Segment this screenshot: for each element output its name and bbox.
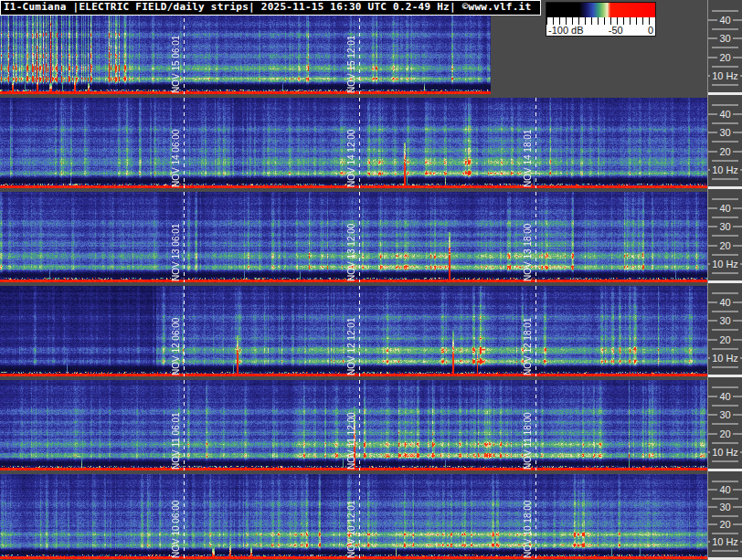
- freq-tick-label: 10 Hz: [710, 164, 740, 174]
- spectrogram-strip-nov-13: NOV 13 06:01NOV 13 12:00NOV 13 18:00: [0, 192, 707, 282]
- colorbar-labels: -100 dB -50 0: [546, 25, 655, 37]
- freq-tick: [708, 236, 742, 237]
- time-marker-label: NOV 14 12:00: [345, 97, 357, 188]
- axis-section-separator: [708, 280, 742, 283]
- freq-tick-label: 20: [717, 52, 732, 62]
- freq-tick-label: 40: [717, 485, 732, 495]
- freq-tick-label: 10 Hz: [710, 447, 740, 457]
- freq-tick-40: 40: [708, 485, 742, 495]
- freq-tick-line: [712, 498, 738, 499]
- freq-tick: [708, 199, 742, 200]
- freq-tick-line: [712, 481, 738, 481]
- freq-tick-line: [708, 415, 717, 416]
- freq-tick: [708, 387, 742, 388]
- time-marker-line: [359, 192, 360, 282]
- freq-tick-label: 40: [717, 392, 732, 402]
- time-marker-label: NOV 15 06:01: [170, 3, 182, 94]
- freq-tick-label: 10 Hz: [710, 70, 740, 80]
- freq-tick-line: [708, 507, 717, 508]
- freq-tick-line: [733, 321, 742, 322]
- time-marker-label: NOV 12 06:00: [170, 285, 182, 376]
- freq-tick-label: 30: [717, 128, 732, 138]
- freq-tick-line: [712, 406, 738, 407]
- freq-tick-label: 20: [717, 428, 732, 438]
- colorbar-label-min: -100 dB: [548, 26, 584, 36]
- freq-tick-label: 20: [717, 334, 732, 344]
- freq-tick-line: [712, 178, 738, 179]
- freq-tick: [708, 460, 742, 461]
- freq-tick-line: [712, 142, 738, 143]
- freq-tick: [708, 105, 742, 106]
- freq-tick-line: [712, 123, 738, 124]
- time-marker-label: NOV 12 18:01: [522, 285, 534, 376]
- freq-tick-label: 10 Hz: [710, 537, 740, 547]
- freq-tick: [708, 160, 742, 161]
- freq-tick-line: [712, 515, 738, 516]
- time-marker-line: [535, 98, 536, 188]
- colorbar-label-max: 0: [648, 26, 653, 36]
- freq-tick-line: [708, 208, 717, 209]
- freq-tick-line: [712, 293, 738, 294]
- freq-tick-line: [733, 524, 742, 525]
- freq-tick-line: [733, 415, 742, 416]
- time-marker-line: [359, 98, 360, 188]
- freq-tick: [708, 550, 742, 551]
- freq-tick-line: [733, 245, 742, 246]
- freq-tick-line: [712, 387, 738, 388]
- freq-tick-line: [708, 339, 717, 340]
- freq-tick-label: 30: [717, 34, 732, 44]
- freq-tick-line: [712, 348, 738, 349]
- freq-tick-line: [712, 550, 738, 551]
- time-marker-label: NOV 10 12:01: [345, 473, 357, 559]
- freq-tick-line: [708, 57, 717, 58]
- freq-tick-line: [708, 227, 717, 227]
- freq-tick-10: 10 Hz: [708, 259, 742, 269]
- freq-tick: [708, 29, 742, 30]
- freq-tick-line: [712, 217, 738, 218]
- freq-tick: [708, 312, 742, 312]
- freq-tick: [708, 366, 742, 367]
- freq-tick-line: [733, 339, 742, 340]
- freq-tick-line: [712, 366, 738, 367]
- freq-tick-line: [712, 236, 738, 237]
- freq-tick-line: [712, 312, 738, 312]
- time-marker-label: NOV 15 12:01: [345, 3, 357, 94]
- freq-tick-line: [733, 114, 742, 115]
- freq-tick-label: 30: [717, 222, 732, 232]
- freq-tick-40: 40: [708, 204, 742, 214]
- freq-tick: [708, 178, 742, 179]
- axis-section-separator: [708, 469, 742, 471]
- freq-tick-30: 30: [708, 222, 742, 232]
- freq-tick-line: [712, 199, 738, 200]
- freq-tick-20: 20: [708, 334, 742, 344]
- freq-tick: [708, 533, 742, 534]
- freq-tick-line: [712, 66, 738, 67]
- time-marker-line: [535, 286, 536, 376]
- freq-tick-line: [712, 442, 738, 443]
- freq-tick-line: [712, 254, 738, 255]
- axis-section-separator: [708, 375, 742, 377]
- colorbar-label-mid: -50: [609, 26, 623, 36]
- freq-tick: [708, 481, 742, 481]
- freq-tick-30: 30: [708, 34, 742, 44]
- freq-tick-line: [712, 84, 738, 85]
- freq-tick-line: [708, 114, 717, 115]
- freq-tick-30: 30: [708, 316, 742, 326]
- time-marker-label: NOV 13 18:00: [522, 191, 534, 282]
- freq-tick-line: [708, 433, 717, 434]
- freq-tick-line: [712, 460, 738, 461]
- time-marker-label: NOV 12 12:01: [345, 285, 357, 376]
- time-marker-line: [359, 4, 360, 94]
- freq-tick-label: 40: [717, 110, 732, 120]
- freq-tick-label: 20: [717, 146, 732, 156]
- freq-tick: [708, 254, 742, 255]
- freq-tick-line: [708, 321, 717, 322]
- frequency-axis: 40302010 Hz40302010 Hz40302010 Hz4030201…: [707, 0, 742, 560]
- freq-tick-40: 40: [708, 298, 742, 308]
- freq-tick-10: 10 Hz: [708, 353, 742, 363]
- spectrogram-strip-nov-10: NOV 10 06:00NOV 10 12:01NOV 10 18:00: [0, 474, 707, 559]
- freq-tick: [708, 272, 742, 273]
- freq-tick: [708, 442, 742, 443]
- time-marker-label: NOV 14 18:01: [522, 97, 534, 188]
- freq-tick-label: 10 Hz: [710, 353, 740, 363]
